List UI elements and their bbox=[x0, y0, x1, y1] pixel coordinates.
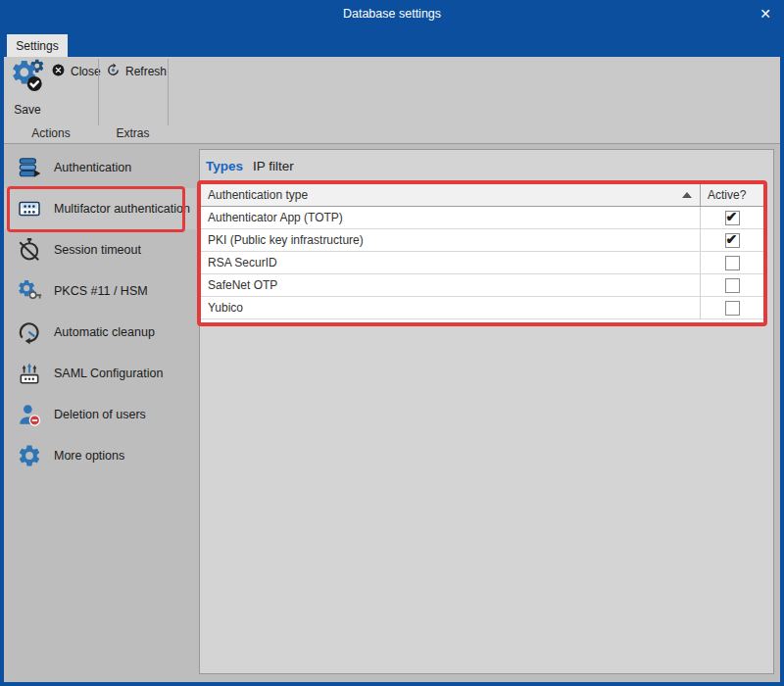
ribbon: Save Close Refresh Actions Extras bbox=[4, 57, 780, 144]
otp-keypad-icon bbox=[17, 196, 42, 221]
table-body: Authenticator App (TOTP) PKI (Public key… bbox=[201, 207, 763, 319]
active-cell bbox=[700, 207, 763, 228]
table-header: Authentication type Active? bbox=[201, 184, 763, 207]
save-button[interactable]: Save bbox=[6, 58, 49, 126]
table-row[interactable]: PKI (Public key infrastructure) bbox=[201, 229, 763, 252]
main-panel: Types IP filter Authentication type Acti… bbox=[199, 149, 774, 674]
tab-settings[interactable]: Settings bbox=[7, 34, 68, 57]
annotation-highlight-table: Authentication type Active? Authenticato… bbox=[197, 180, 767, 326]
active-cell bbox=[700, 229, 763, 251]
table-row[interactable]: SafeNet OTP bbox=[201, 274, 763, 297]
tab-ip-filter[interactable]: IP filter bbox=[253, 159, 294, 173]
sidebar-item-deletion-of-users[interactable]: Deletion of users bbox=[4, 394, 196, 435]
ribbon-tabstrip: Settings bbox=[0, 27, 784, 57]
content-area: Authentication Multifactor authenticatio… bbox=[4, 144, 780, 682]
sort-ascending-icon bbox=[682, 192, 692, 198]
refresh-button[interactable]: Refresh bbox=[106, 62, 167, 81]
save-gear-check-icon bbox=[10, 58, 45, 97]
tab-types[interactable]: Types bbox=[206, 159, 243, 173]
auto-cleanup-icon bbox=[17, 319, 42, 345]
saml-config-icon bbox=[17, 361, 42, 386]
titlebar: Database settings ✕ bbox=[0, 0, 784, 27]
sidebar-item-saml-configuration[interactable]: SAML Configuration bbox=[4, 353, 196, 394]
sidebar-item-authentication[interactable]: Authentication bbox=[4, 147, 196, 188]
active-cell bbox=[700, 274, 763, 296]
active-checkbox[interactable] bbox=[725, 233, 740, 248]
refresh-icon bbox=[106, 63, 121, 81]
active-cell bbox=[700, 297, 763, 318]
save-button-label: Save bbox=[14, 103, 40, 117]
column-header-label: Active? bbox=[708, 188, 746, 202]
close-button-label: Close bbox=[71, 65, 101, 78]
authentication-type-cell: PKI (Public key infrastructure) bbox=[201, 229, 700, 251]
authentication-type-cell: Authenticator App (TOTP) bbox=[201, 207, 700, 228]
active-checkbox[interactable] bbox=[725, 256, 740, 270]
window-title: Database settings bbox=[343, 7, 441, 21]
active-checkbox[interactable] bbox=[725, 301, 740, 316]
sidebar-item-automatic-cleanup[interactable]: Automatic cleanup bbox=[4, 312, 196, 353]
user-remove-icon bbox=[17, 402, 42, 427]
sidebar-item-session-timeout[interactable]: Session timeout bbox=[4, 229, 196, 270]
ribbon-group-divider bbox=[168, 59, 169, 125]
column-header-active[interactable]: Active? bbox=[700, 184, 763, 206]
window-close-icon[interactable]: ✕ bbox=[757, 5, 774, 23]
close-button[interactable]: Close bbox=[51, 62, 101, 81]
authentication-type-cell: RSA SecurID bbox=[201, 252, 700, 273]
sidebar-item-more-options[interactable]: More options bbox=[4, 435, 196, 476]
close-circle-icon bbox=[51, 63, 66, 81]
group-label-extras: Extras bbox=[98, 126, 168, 140]
database-settings-dialog: Database settings ✕ Settings Save Close … bbox=[0, 0, 784, 686]
active-checkbox[interactable] bbox=[725, 211, 740, 225]
stopwatch-off-icon bbox=[17, 237, 42, 263]
sidebar-item-pkcs-11-hsm[interactable]: PKCS #11 / HSM bbox=[4, 270, 196, 312]
group-label-actions: Actions bbox=[4, 126, 98, 140]
panel-tabs: Types IP filter bbox=[206, 159, 294, 173]
table-row[interactable]: RSA SecurID bbox=[201, 252, 763, 274]
column-header-label: Authentication type bbox=[208, 188, 308, 202]
ribbon-group-divider bbox=[98, 59, 99, 125]
table-row[interactable]: Authenticator App (TOTP) bbox=[201, 207, 763, 229]
gear-key-icon bbox=[17, 278, 42, 304]
table-row[interactable]: Yubico bbox=[201, 297, 763, 319]
active-checkbox[interactable] bbox=[725, 278, 740, 293]
sidebar: Authentication Multifactor authenticatio… bbox=[4, 147, 196, 476]
gear-icon bbox=[17, 443, 42, 468]
authentication-type-cell: Yubico bbox=[201, 297, 700, 318]
column-header-authentication-type[interactable]: Authentication type bbox=[201, 184, 700, 206]
database-auth-icon bbox=[17, 155, 42, 180]
authentication-type-cell: SafeNet OTP bbox=[201, 274, 700, 296]
sidebar-item-multifactor-authentication[interactable]: Multifactor authentication bbox=[4, 188, 196, 229]
active-cell bbox=[700, 252, 763, 273]
refresh-button-label: Refresh bbox=[125, 65, 167, 78]
